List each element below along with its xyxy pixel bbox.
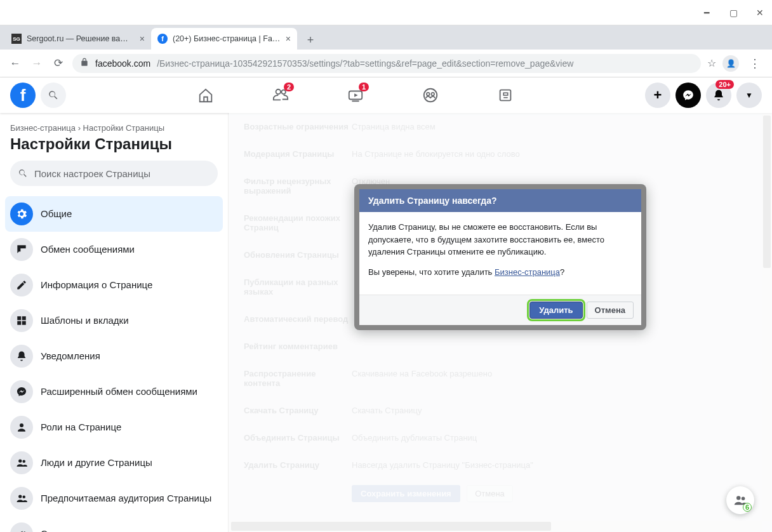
svg-point-17: [742, 497, 745, 501]
svg-point-11: [20, 423, 23, 427]
watch-badge: 1: [359, 83, 369, 91]
profile-avatar-icon[interactable]: 👤: [722, 55, 739, 72]
sidebar-item-page-roles[interactable]: Роли на Странице: [5, 409, 223, 445]
delete-button[interactable]: Удалить: [529, 302, 582, 319]
tab-title: Sergoot.ru — Решение ваших пр: [27, 34, 135, 43]
reload-button[interactable]: ⟳: [51, 56, 66, 71]
breadcrumb: Бизнес-страница › Настройки Страницы: [5, 123, 223, 135]
cancel-button[interactable]: Отмена: [587, 302, 634, 319]
nav-watch[interactable]: 1: [321, 80, 390, 110]
groups-icon: [422, 87, 439, 103]
create-button[interactable]: +: [645, 83, 670, 108]
svg-point-14: [18, 495, 22, 498]
chat-icon: [10, 238, 33, 261]
url-domain: facebook.com: [95, 58, 150, 69]
delete-page-dialog: Удалить Страницу навсегда? Удалив Страни…: [354, 184, 646, 330]
browser-tab-1[interactable]: SG Sergoot.ru — Решение ваших пр ×: [5, 28, 151, 50]
fb-search-button[interactable]: [41, 83, 66, 108]
bell-icon: [10, 345, 33, 368]
svg-rect-8: [22, 316, 26, 320]
favicon-sergoot-icon: SG: [11, 34, 22, 44]
person-icon: [10, 416, 33, 439]
people-icon: [10, 451, 33, 474]
page-title: Настройки Страницы: [5, 135, 223, 161]
svg-rect-10: [22, 321, 26, 325]
address-bar: ← → ⟳ facebook.com/Бизнес-страница-10354…: [0, 50, 772, 77]
tab-title: (20+) Бизнес-страница | Facebo: [173, 34, 281, 43]
sidebar-item-label: Уведомления: [41, 350, 100, 362]
svg-rect-9: [17, 321, 21, 325]
browser-tab-2[interactable]: f (20+) Бизнес-страница | Facebo ×: [151, 28, 297, 50]
chevron-down-icon: ▼: [745, 91, 753, 100]
nav-friends[interactable]: 2: [246, 80, 316, 110]
chat-bubble-button[interactable]: 6: [726, 486, 754, 514]
messenger-icon: [10, 380, 33, 403]
sidebar-item-political[interactable]: Социальная или политическая: [5, 516, 223, 532]
gaming-icon: [497, 87, 514, 103]
nav-home[interactable]: [171, 80, 241, 110]
close-window-button[interactable]: ✕: [755, 8, 764, 17]
settings-nav-list: Общие Обмен сообщениями Информация о Стр…: [5, 196, 223, 532]
browser-menu-button[interactable]: ⋮: [745, 57, 764, 70]
page-name-link[interactable]: Бизнес-страница: [495, 267, 560, 277]
breadcrumb-current: Настройки Страницы: [83, 123, 164, 133]
lock-icon: [80, 58, 89, 69]
sidebar-item-preferred-audience[interactable]: Предпочитаемая аудитория Страницы: [5, 481, 223, 516]
sidebar-item-notifications[interactable]: Уведомления: [5, 338, 223, 374]
search-icon: [18, 168, 28, 178]
settings-sidebar: Бизнес-страница › Настройки Страницы Нас…: [0, 113, 229, 532]
pencil-icon: [10, 274, 33, 296]
messenger-button[interactable]: [676, 83, 701, 108]
sidebar-item-label: Предпочитаемая аудитория Страницы: [41, 492, 211, 505]
breadcrumb-link[interactable]: Бизнес-страница: [10, 123, 76, 133]
sidebar-item-label: Расширенный обмен сообщениями: [41, 385, 197, 398]
facebook-logo-icon[interactable]: f: [10, 83, 36, 108]
sidebar-item-templates[interactable]: Шаблоны и вкладки: [5, 303, 223, 338]
minimize-button[interactable]: ━: [702, 8, 711, 17]
dialog-text-1: Удалив Страницу, вы не сможете ее восста…: [368, 221, 632, 258]
sidebar-item-advanced-messaging[interactable]: Расширенный обмен сообщениями: [5, 374, 223, 409]
megaphone-icon: [10, 522, 33, 532]
search-settings-input[interactable]: Поиск настроек Страницы: [10, 161, 218, 186]
fb-header: f 2 1 + 20+ ▼: [0, 77, 772, 113]
grid-icon: [10, 309, 33, 332]
svg-point-2: [424, 89, 437, 102]
sidebar-item-messaging[interactable]: Обмен сообщениями: [5, 232, 223, 267]
url-field[interactable]: facebook.com/Бизнес-страница-10354292157…: [72, 54, 701, 73]
friends-badge: 2: [284, 83, 294, 91]
close-tab-icon[interactable]: ×: [140, 34, 145, 44]
svg-point-13: [23, 460, 26, 463]
svg-point-3: [427, 93, 430, 96]
close-tab-icon[interactable]: ×: [286, 34, 291, 44]
svg-point-12: [18, 459, 22, 462]
search-placeholder: Поиск настроек Страницы: [34, 168, 150, 179]
browser-tabs: SG Sergoot.ru — Решение ваших пр × f (20…: [0, 25, 772, 50]
svg-rect-7: [17, 316, 21, 320]
back-button[interactable]: ←: [8, 56, 23, 71]
account-menu-button[interactable]: ▼: [736, 83, 762, 108]
chat-count-badge: 6: [743, 503, 752, 512]
nav-gaming[interactable]: [470, 80, 540, 110]
svg-point-16: [736, 496, 740, 500]
forward-button[interactable]: →: [29, 56, 44, 71]
notifications-badge: 20+: [715, 80, 734, 89]
new-tab-button[interactable]: +: [301, 30, 320, 50]
sidebar-item-general[interactable]: Общие: [5, 196, 223, 232]
notifications-button[interactable]: 20+: [706, 83, 731, 108]
dialog-body: Удалив Страницу, вы не сможете ее восста…: [359, 212, 641, 295]
sidebar-item-label: Обмен сообщениями: [41, 243, 135, 256]
svg-rect-6: [503, 93, 508, 95]
dialog-footer: Удалить Отмена: [359, 295, 641, 325]
sidebar-item-label: Роли на Странице: [41, 421, 121, 434]
url-path: /Бизнес-страница-103542921570353/setting…: [157, 58, 573, 69]
sidebar-item-label: Социальная или политическая: [41, 528, 177, 532]
nav-groups[interactable]: [396, 80, 465, 110]
messenger-icon: [682, 89, 695, 102]
sidebar-item-page-info[interactable]: Информация о Странице: [5, 267, 223, 303]
bell-icon: [712, 89, 725, 102]
home-icon: [197, 87, 214, 103]
sidebar-item-people-pages[interactable]: Люди и другие Страницы: [5, 445, 223, 481]
window-titlebar: ━ ▢ ✕: [0, 0, 772, 25]
maximize-button[interactable]: ▢: [729, 8, 738, 17]
bookmark-star-icon[interactable]: ☆: [707, 57, 716, 69]
